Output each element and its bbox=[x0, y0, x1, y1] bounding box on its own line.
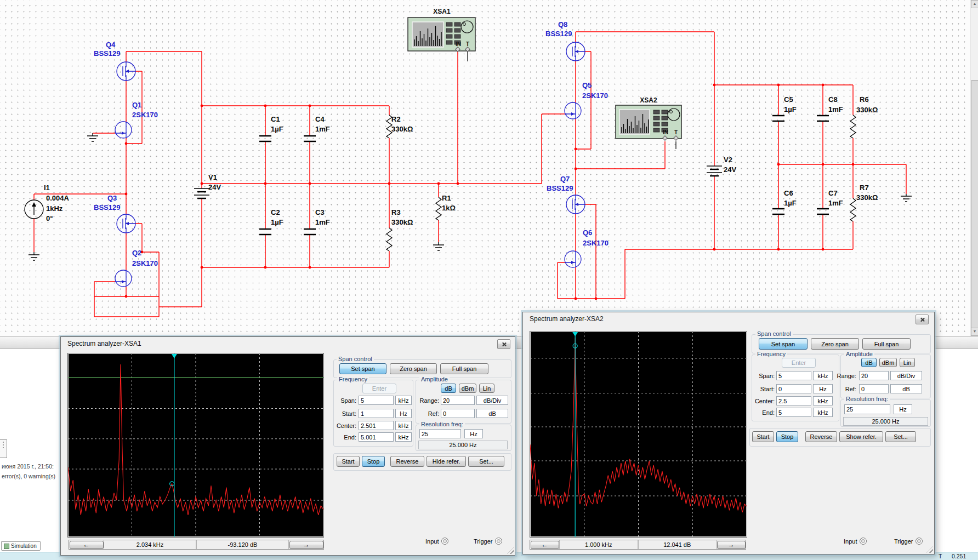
label-c5: C5 bbox=[784, 95, 793, 104]
xsa2-range-unit: dB/Div bbox=[890, 371, 922, 380]
docked-toolbar-stub[interactable] bbox=[0, 439, 7, 458]
xsa2-close-button[interactable] bbox=[916, 315, 929, 324]
log-line-2: error(s), 0 warning(s) bbox=[2, 473, 60, 479]
label-q7: Q7 bbox=[560, 175, 570, 183]
simulation-tab-icon bbox=[4, 544, 9, 549]
label-q1: Q1 bbox=[132, 101, 141, 109]
capacitors[interactable] bbox=[259, 116, 829, 235]
label-v2-value: 24V bbox=[724, 165, 736, 174]
battery-v1[interactable] bbox=[194, 188, 209, 198]
xsa2-center-row-label: Center: bbox=[749, 398, 775, 404]
xsa1-zero-span-button[interactable]: Zero span bbox=[390, 363, 437, 374]
xsa1-start-button[interactable]: Start bbox=[337, 456, 360, 467]
xsa2-lin-button[interactable]: Lin bbox=[900, 358, 915, 367]
xsa2-resize-grip[interactable] bbox=[926, 546, 933, 553]
xsa1-frequency-label: Frequency bbox=[337, 376, 369, 382]
xsa1-end-field[interactable]: 5.001 bbox=[359, 432, 394, 442]
xsa1-marker-left-button[interactable]: ← bbox=[70, 541, 104, 549]
transistor-q1[interactable] bbox=[115, 122, 132, 138]
xsa2-enter-button[interactable]: Enter bbox=[782, 358, 816, 368]
label-q3: Q3 bbox=[107, 194, 117, 202]
canvas-vertical-scrollbar[interactable]: ▲ ▼ bbox=[970, 0, 978, 336]
xsa2-marker-left-button[interactable]: ← bbox=[531, 541, 559, 549]
input-terminal-icon[interactable] bbox=[441, 538, 448, 545]
xsa1-dbm-button[interactable]: dBm bbox=[459, 384, 476, 393]
xsa1-window[interactable]: Spectrum analyzer-XSA1 ← 2.034 kHz -93.1… bbox=[60, 336, 515, 556]
label-c1-value: 1µF bbox=[271, 125, 283, 133]
label-r2: R2 bbox=[391, 115, 401, 123]
xsa2-zero-span-button[interactable]: Zero span bbox=[811, 338, 859, 350]
xsa2-show-refer-button[interactable]: Show refer. bbox=[839, 431, 883, 442]
xsa1-resize-grip[interactable] bbox=[507, 547, 514, 554]
xsa1-enter-button[interactable]: Enter bbox=[362, 384, 396, 393]
xsa2-full-span-button[interactable]: Full span bbox=[862, 338, 911, 350]
xsa2-instrument-icon[interactable] bbox=[616, 105, 681, 140]
xsa1-resolution-unit: Hz bbox=[464, 429, 483, 438]
battery-v2[interactable] bbox=[707, 166, 722, 176]
xsa2-resolution-field[interactable]: 25 bbox=[844, 404, 890, 414]
xsa2-start-field[interactable]: 0 bbox=[776, 384, 811, 393]
current-source-i1[interactable] bbox=[25, 200, 43, 219]
xsa1-window-title[interactable]: Spectrum analyzer-XSA1 bbox=[67, 340, 141, 347]
log-line-1: июня 2015 г., 21:50: bbox=[2, 463, 60, 470]
scroll-down-arrow-icon[interactable]: ▼ bbox=[971, 328, 978, 336]
xsa2-resolution-display: 25.000 Hz bbox=[843, 417, 928, 426]
transistor-q5[interactable] bbox=[565, 102, 581, 119]
label-v2: V2 bbox=[724, 156, 732, 164]
transistor-q3[interactable] bbox=[117, 214, 135, 233]
scroll-up-arrow-icon[interactable]: ▲ bbox=[971, 0, 978, 8]
xsa2-dbm-button[interactable]: dBm bbox=[879, 358, 897, 367]
simulation-tab[interactable]: Simulation bbox=[1, 541, 41, 551]
simulation-tab-label: Simulation bbox=[11, 543, 37, 549]
xsa1-lin-button[interactable]: Lin bbox=[479, 384, 494, 393]
xsa1-full-span-button[interactable]: Full span bbox=[440, 363, 488, 374]
xsa1-center-row-label: Center: bbox=[331, 422, 356, 429]
xsa2-window[interactable]: Spectrum analyzer-XSA2 ← 1.000 kHz 12.04… bbox=[522, 312, 935, 555]
xsa2-ref-field[interactable]: 0 bbox=[859, 384, 889, 393]
xsa1-hide-refer-button[interactable]: Hide refer. bbox=[427, 456, 466, 467]
xsa2-stop-button[interactable]: Stop bbox=[776, 431, 798, 442]
xsa1-range-field[interactable]: 20 bbox=[441, 396, 475, 405]
xsa1-set-button[interactable]: Set... bbox=[468, 456, 504, 467]
xsa1-marker-right-button[interactable]: → bbox=[289, 541, 323, 549]
transistor-q8[interactable] bbox=[566, 42, 585, 61]
xsa1-start-field[interactable]: 1 bbox=[359, 409, 394, 418]
trigger-terminal-icon[interactable] bbox=[495, 538, 502, 545]
xsa2-span-field[interactable]: 5 bbox=[776, 371, 811, 380]
transistor-mosfets[interactable] bbox=[115, 42, 585, 287]
xsa1-stop-button[interactable]: Stop bbox=[362, 456, 385, 467]
xsa2-center-field[interactable]: 2.5 bbox=[776, 396, 811, 405]
transistor-q4[interactable] bbox=[117, 62, 135, 81]
transistor-q2[interactable] bbox=[115, 270, 132, 287]
xsa2-end-field[interactable]: 5 bbox=[776, 408, 811, 417]
xsa1-center-field[interactable]: 2.501 bbox=[359, 421, 394, 430]
xsa2-set-button[interactable]: Set... bbox=[885, 431, 916, 442]
xsa1-db-button[interactable]: dB bbox=[441, 384, 456, 393]
xsa2-db-button[interactable]: dB bbox=[861, 358, 877, 367]
xsa2-window-title[interactable]: Spectrum analyzer-XSA2 bbox=[530, 315, 604, 323]
xsa2-range-field[interactable]: 20 bbox=[859, 371, 889, 380]
transistor-q6[interactable] bbox=[565, 251, 581, 267]
close-icon bbox=[920, 317, 925, 322]
xsa2-marker-right-button[interactable]: → bbox=[717, 541, 746, 549]
xsa1-resolution-field[interactable]: 25 bbox=[419, 429, 461, 438]
xsa1-reverse-button[interactable]: Reverse bbox=[390, 456, 424, 467]
xsa2-start-button[interactable]: Start bbox=[752, 431, 774, 442]
trigger-terminal-icon[interactable] bbox=[916, 538, 923, 545]
xsa1-close-button[interactable] bbox=[497, 339, 510, 349]
xsa1-span-field[interactable]: 5 bbox=[359, 396, 394, 405]
vertical-scroll-thumb[interactable] bbox=[971, 80, 978, 333]
xsa1-marker-triangle-icon[interactable] bbox=[172, 354, 177, 358]
xsa2-marker-triangle-icon[interactable] bbox=[572, 332, 578, 336]
xsa2-set-span-button[interactable]: Set span bbox=[759, 338, 808, 350]
xsa1-instrument-icon[interactable] bbox=[408, 18, 475, 52]
label-r6: R6 bbox=[860, 95, 869, 104]
xsa1-ref-field[interactable]: 0 bbox=[441, 409, 475, 418]
input-terminal-icon[interactable] bbox=[860, 538, 867, 545]
xsa2-reverse-button[interactable]: Reverse bbox=[805, 431, 837, 442]
label-v1: V1 bbox=[208, 173, 217, 181]
label-r6-value: 330kΩ bbox=[856, 106, 878, 114]
xsa2-start-row-label: Start: bbox=[753, 386, 775, 392]
transistor-q7[interactable] bbox=[566, 195, 585, 214]
xsa1-set-span-button[interactable]: Set span bbox=[339, 363, 386, 374]
